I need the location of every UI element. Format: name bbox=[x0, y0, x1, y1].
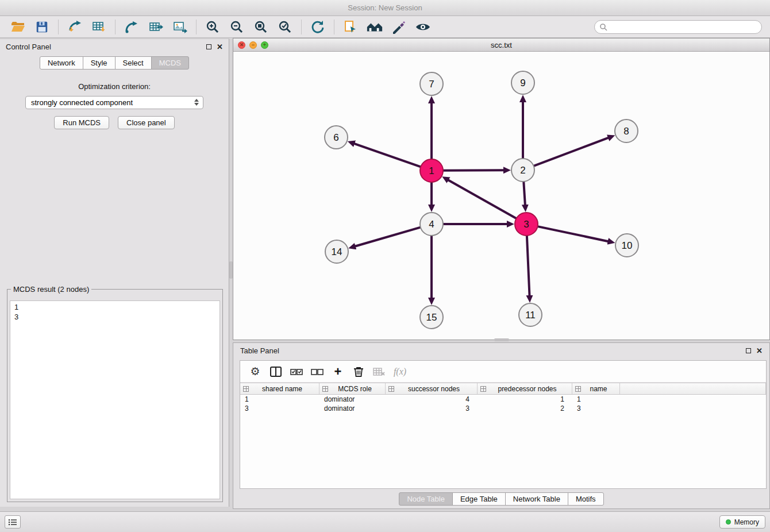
open-file-icon[interactable] bbox=[9, 19, 26, 35]
mcds-result-title: MCDS result (2 nodes) bbox=[11, 285, 91, 294]
export-table-icon[interactable] bbox=[147, 19, 164, 35]
table-settings-icon[interactable]: ⚙ bbox=[246, 363, 264, 380]
edge-3-1[interactable] bbox=[448, 180, 517, 218]
close-panel-button[interactable]: Close panel bbox=[118, 116, 175, 129]
svg-text:2: 2 bbox=[520, 165, 525, 176]
edge-2-3[interactable] bbox=[523, 182, 525, 205]
column-header-MCDS-role[interactable]: MCDS role bbox=[319, 383, 386, 394]
graph-node-14[interactable]: 14 bbox=[325, 240, 348, 263]
select-all-columns-icon[interactable] bbox=[287, 363, 306, 380]
column-header-shared-name[interactable]: shared name bbox=[240, 383, 319, 394]
edge-3-11[interactable] bbox=[527, 236, 530, 296]
tab-motifs[interactable]: Motifs bbox=[568, 492, 604, 506]
svg-text:3: 3 bbox=[523, 219, 529, 230]
window-close-icon[interactable]: ✕ bbox=[238, 41, 245, 49]
network-graph[interactable]: 7968124314101511 bbox=[233, 52, 769, 340]
table-cell: 1 bbox=[240, 395, 319, 404]
float-table-panel-icon[interactable] bbox=[746, 348, 751, 353]
paste-network-icon[interactable] bbox=[342, 19, 359, 35]
edge-2-8[interactable] bbox=[534, 138, 609, 166]
svg-text:4: 4 bbox=[429, 219, 434, 230]
status-bar: Memory bbox=[0, 511, 770, 532]
graph-node-4[interactable]: 4 bbox=[420, 213, 443, 236]
horizontal-splitter-handle[interactable] bbox=[494, 338, 509, 341]
delete-columns-icon[interactable] bbox=[349, 363, 368, 380]
export-network-icon[interactable] bbox=[123, 19, 140, 35]
column-header-successor-nodes[interactable]: successor nodes bbox=[386, 383, 478, 394]
column-type-icon bbox=[480, 386, 486, 392]
table-row[interactable]: 1dominator411 bbox=[240, 395, 766, 404]
run-mcds-button[interactable]: Run MCDS bbox=[54, 116, 109, 129]
search-input[interactable] bbox=[607, 22, 757, 32]
table-panel-header: Table Panel ✕ bbox=[233, 343, 769, 358]
tab-node-table[interactable]: Node Table bbox=[399, 492, 453, 506]
graph-node-1[interactable]: 1 bbox=[420, 159, 443, 182]
control-panel-title: Control Panel bbox=[6, 43, 51, 51]
edge-1-2[interactable] bbox=[443, 170, 504, 171]
mcds-result-fieldset: MCDS result (2 nodes) 13 bbox=[7, 285, 223, 502]
svg-text:15: 15 bbox=[426, 312, 437, 323]
column-header-predecessor-nodes[interactable]: predecessor nodes bbox=[478, 383, 572, 394]
graph-node-3[interactable]: 3 bbox=[515, 213, 538, 236]
memory-status-icon bbox=[726, 519, 731, 525]
zoom-fit-icon[interactable] bbox=[252, 19, 270, 35]
mcds-result-list[interactable]: 13 bbox=[10, 300, 220, 499]
apply-style-icon[interactable] bbox=[390, 19, 407, 35]
close-table-panel-icon[interactable]: ✕ bbox=[756, 347, 763, 354]
import-network-icon[interactable] bbox=[66, 19, 83, 35]
import-table-icon[interactable] bbox=[90, 19, 107, 35]
graph-node-11[interactable]: 11 bbox=[519, 303, 542, 326]
toolbar-separator bbox=[301, 20, 302, 34]
task-history-button[interactable] bbox=[5, 515, 21, 529]
search-box[interactable] bbox=[594, 20, 762, 34]
optimization-label: Optimization criterion: bbox=[0, 82, 229, 91]
memory-button[interactable]: Memory bbox=[719, 515, 765, 529]
graph-node-8[interactable]: 8 bbox=[615, 119, 638, 142]
export-image-icon[interactable] bbox=[171, 19, 188, 35]
tab-style[interactable]: Style bbox=[83, 56, 116, 70]
graph-node-2[interactable]: 2 bbox=[511, 159, 534, 182]
graph-node-10[interactable]: 10 bbox=[615, 234, 638, 257]
tab-network[interactable]: Network bbox=[40, 56, 83, 70]
show-graphics-details-icon[interactable] bbox=[414, 19, 432, 35]
control-panel: Control Panel ✕ NetworkStyleSelectMCDS O… bbox=[0, 38, 229, 507]
close-panel-icon[interactable]: ✕ bbox=[217, 43, 223, 51]
table-row[interactable]: 3dominator323 bbox=[240, 404, 766, 413]
apply-function-icon[interactable]: f(x) bbox=[391, 363, 409, 380]
toolbar-separator bbox=[58, 20, 59, 34]
memory-button-label: Memory bbox=[734, 518, 759, 526]
graph-node-15[interactable]: 15 bbox=[420, 306, 443, 329]
edge-4-14[interactable] bbox=[355, 228, 421, 246]
window-zoom-icon[interactable]: + bbox=[261, 41, 268, 49]
tab-mcds[interactable]: MCDS bbox=[151, 56, 189, 70]
refresh-view-icon[interactable] bbox=[309, 19, 326, 35]
dropdown-stepper-icon bbox=[194, 99, 199, 106]
tab-network-table[interactable]: Network Table bbox=[505, 492, 568, 506]
graph-node-9[interactable]: 9 bbox=[511, 71, 534, 94]
edge-1-6[interactable] bbox=[354, 144, 421, 167]
float-panel-icon[interactable] bbox=[206, 44, 211, 49]
save-session-icon[interactable] bbox=[33, 19, 51, 35]
table-cell: 1 bbox=[478, 395, 572, 404]
delete-table-icon[interactable] bbox=[370, 363, 388, 380]
deselect-all-columns-icon[interactable] bbox=[308, 363, 326, 380]
column-header-name[interactable]: name bbox=[572, 383, 620, 394]
zoom-selected-icon[interactable] bbox=[276, 19, 294, 35]
edge-3-10[interactable] bbox=[538, 226, 609, 241]
network-canvas[interactable]: 7968124314101511 bbox=[233, 52, 769, 340]
vertical-splitter-handle[interactable] bbox=[229, 261, 233, 279]
window-minimize-icon[interactable]: − bbox=[249, 41, 257, 49]
add-column-icon[interactable]: + bbox=[329, 363, 347, 380]
table-header-row: shared nameMCDS rolesuccessor nodesprede… bbox=[240, 383, 766, 395]
zoom-out-icon[interactable] bbox=[228, 19, 245, 35]
zoom-in-icon[interactable] bbox=[204, 19, 221, 35]
graph-node-7[interactable]: 7 bbox=[420, 72, 443, 95]
optimization-dropdown[interactable]: strongly connected component bbox=[25, 96, 203, 109]
tab-select[interactable]: Select bbox=[115, 56, 152, 70]
svg-text:11: 11 bbox=[525, 310, 536, 321]
table-toolbar: ⚙ + f(x) bbox=[240, 361, 766, 383]
show-columns-icon[interactable] bbox=[267, 363, 285, 380]
graph-node-6[interactable]: 6 bbox=[325, 126, 348, 149]
tab-edge-table[interactable]: Edge Table bbox=[452, 492, 506, 506]
network-overview-icon[interactable] bbox=[366, 19, 383, 35]
